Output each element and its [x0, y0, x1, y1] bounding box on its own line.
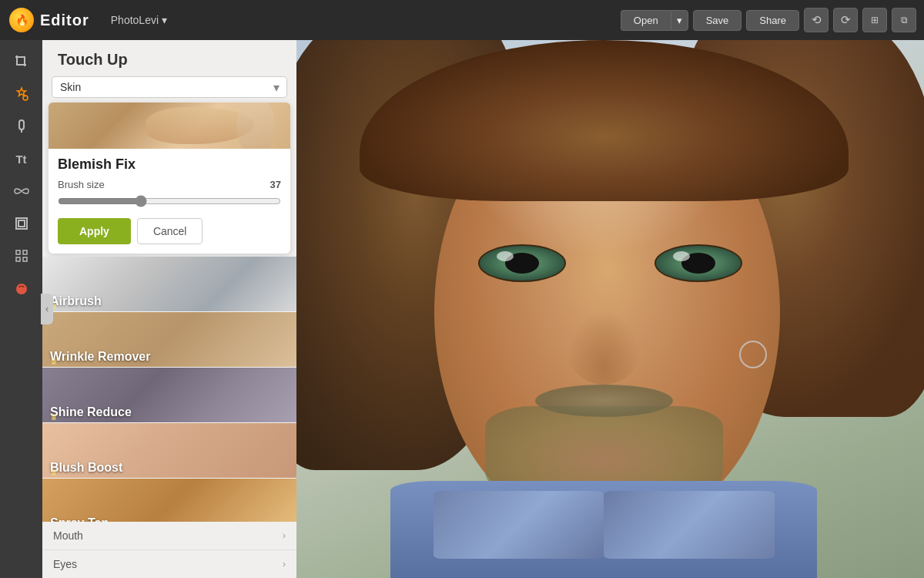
topbar: 🔥 Editor PhotoLevi ▾ Open ▾ Save Share ⟲…	[0, 0, 924, 40]
skin-category-dropdown[interactable]: Skin Eyes Lips Eyebrows	[52, 76, 287, 98]
blemish-title: Blemish Fix	[58, 156, 281, 173]
photolevi-label: PhotoLevi	[111, 14, 159, 26]
svg-point-8	[16, 284, 27, 294]
left-toolbar: Tt	[0, 40, 42, 578]
main-area: Tt	[0, 40, 924, 578]
svg-rect-5	[23, 250, 27, 254]
svg-rect-1	[19, 120, 24, 129]
photolevi-arrow-icon: ▾	[162, 14, 167, 26]
blemish-buttons: Apply Cancel	[58, 218, 281, 244]
open-button-group: Open ▾	[621, 10, 688, 31]
eyes-section-arrow-icon: ›	[283, 559, 286, 570]
logo-text: Editor	[40, 12, 89, 29]
blush-boost-label: Blush Boost	[42, 456, 296, 478]
undo-button[interactable]: ⟲	[804, 8, 829, 32]
wrinkle-remover-label: Wrinkle Remover	[42, 345, 296, 367]
photo-display	[296, 40, 924, 578]
shine-reduce-item[interactable]: Shine Reduce ♛	[42, 368, 296, 423]
mouth-section-arrow-icon: ›	[283, 530, 286, 541]
image-view-button[interactable]: ⊞	[862, 8, 887, 32]
airbrush-item[interactable]: Airbrush ♛	[42, 257, 296, 312]
shine-crown-icon: ♛	[50, 412, 58, 422]
wrinkle-remover-item[interactable]: Wrinkle Remover ♛	[42, 312, 296, 368]
svg-point-9	[18, 286, 20, 287]
logo-icon: 🔥	[9, 8, 34, 32]
sticker-tool[interactable]	[8, 274, 35, 302]
topbar-right: Open ▾ Save Share ⟲ ⟳ ⊞ ⧉	[262, 8, 924, 32]
spray-tan-label: Spray Tan	[42, 512, 296, 522]
blush-boost-item[interactable]: Blush Boost ♛	[42, 423, 296, 479]
effects-tool[interactable]	[8, 80, 35, 108]
cancel-button[interactable]: Cancel	[137, 218, 203, 244]
skin-select[interactable]: Skin Eyes Lips Eyebrows	[52, 76, 287, 98]
side-panel: Touch Up Skin Eyes Lips Eyebrows Blemish…	[42, 40, 296, 578]
frame-tool[interactable]	[8, 210, 35, 237]
svg-rect-6	[16, 257, 20, 261]
shine-reduce-label: Shine Reduce	[42, 401, 296, 422]
eyes-section-header[interactable]: Eyes ›	[42, 549, 296, 578]
svg-rect-4	[16, 250, 20, 254]
share-button[interactable]: Share	[746, 10, 799, 31]
svg-rect-3	[18, 220, 25, 227]
crop-tool[interactable]	[8, 48, 35, 76]
texture-tool[interactable]	[8, 242, 35, 270]
blush-crown-icon: ♛	[50, 468, 58, 478]
blemish-fix-card: Blemish Fix Brush size 37 Apply Cancel	[49, 102, 290, 254]
mouth-section-header[interactable]: Mouth ›	[42, 522, 296, 549]
blemish-card-preview	[49, 102, 290, 149]
svg-rect-7	[23, 257, 27, 261]
mouth-section-label: Mouth	[53, 529, 83, 542]
eyes-section-label: Eyes	[53, 558, 77, 570]
panel-title: Touch Up	[42, 40, 296, 76]
effects2-tool[interactable]	[8, 177, 35, 205]
apply-button[interactable]: Apply	[58, 218, 131, 244]
canvas-area[interactable]	[296, 40, 924, 578]
logo-area: 🔥 Editor PhotoLevi ▾	[0, 8, 262, 32]
redo-button[interactable]: ⟳	[833, 8, 858, 32]
sidebar-collapse-button[interactable]: ‹	[41, 294, 53, 324]
brush-size-value: 37	[270, 179, 281, 190]
layers-button[interactable]: ⧉	[892, 8, 916, 32]
save-button[interactable]: Save	[693, 10, 742, 31]
text-tool[interactable]: Tt	[8, 145, 35, 173]
spray-tan-item[interactable]: Spray Tan ♛	[42, 479, 296, 522]
photolevi-dropdown[interactable]: PhotoLevi ▾	[111, 14, 167, 26]
blemish-card-body: Blemish Fix Brush size 37 Apply Cancel	[49, 149, 290, 254]
svg-point-0	[23, 96, 28, 100]
skin-items-list: Airbrush ♛ Wrinkle Remover ♛ Shine Reduc…	[42, 257, 296, 522]
open-dropdown-arrow[interactable]: ▾	[671, 10, 688, 31]
brush-slider-wrap[interactable]	[58, 195, 281, 210]
brush-size-label: Brush size	[58, 179, 105, 190]
brush-size-row: Brush size 37	[58, 179, 281, 190]
draw-tool[interactable]	[8, 113, 35, 140]
wrinkle-crown-icon: ♛	[50, 357, 58, 367]
open-button[interactable]: Open	[621, 10, 671, 31]
svg-point-10	[22, 286, 24, 287]
airbrush-label: Airbrush	[42, 290, 296, 311]
brush-size-slider[interactable]	[58, 195, 281, 207]
